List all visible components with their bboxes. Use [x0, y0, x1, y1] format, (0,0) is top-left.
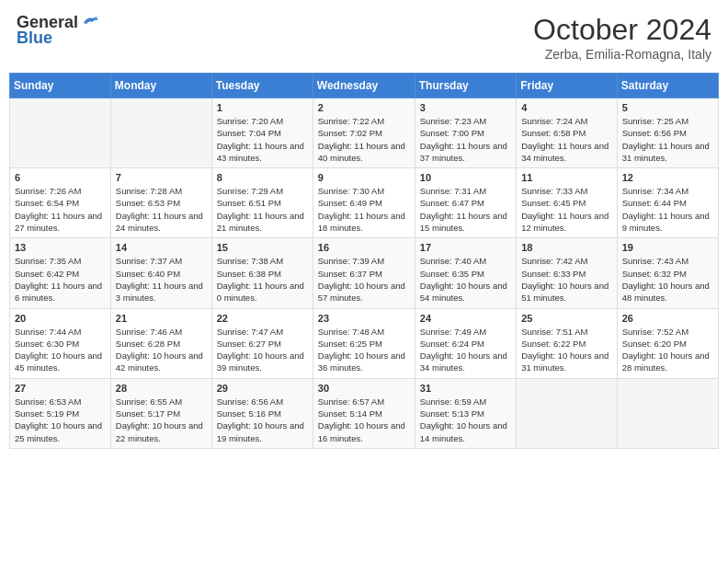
cell-content: Sunrise: 7:46 AMSunset: 6:28 PMDaylight:…	[116, 326, 207, 374]
page-header: General Blue October 2024 Zerba, Emilia-…	[9, 9, 719, 65]
cell-content: Sunrise: 7:34 AMSunset: 6:44 PMDaylight:…	[622, 185, 713, 234]
calendar-week-row: 13Sunrise: 7:35 AMSunset: 6:42 PMDayligh…	[10, 238, 719, 308]
day-number: 22	[217, 313, 308, 324]
cell-content: Sunrise: 7:25 AMSunset: 6:56 PMDaylight:…	[622, 115, 713, 164]
weekday-header: Saturday	[617, 74, 718, 98]
cell-content: Sunrise: 7:42 AMSunset: 6:33 PMDaylight:…	[521, 255, 612, 304]
calendar-cell: 17Sunrise: 7:40 AMSunset: 6:35 PMDayligh…	[415, 238, 516, 308]
cell-content: Sunrise: 7:24 AMSunset: 6:58 PMDaylight:…	[521, 115, 612, 164]
calendar-week-row: 20Sunrise: 7:44 AMSunset: 6:30 PMDayligh…	[10, 308, 719, 378]
cell-content: Sunrise: 7:37 AMSunset: 6:40 PMDaylight:…	[116, 255, 207, 304]
day-number: 26	[622, 313, 713, 324]
calendar-cell: 20Sunrise: 7:44 AMSunset: 6:30 PMDayligh…	[10, 308, 111, 378]
cell-content: Sunrise: 7:48 AMSunset: 6:25 PMDaylight:…	[318, 326, 410, 374]
cell-content: Sunrise: 7:47 AMSunset: 6:27 PMDaylight:…	[217, 326, 308, 374]
calendar-cell: 10Sunrise: 7:31 AMSunset: 6:47 PMDayligh…	[415, 168, 516, 238]
calendar-cell: 8Sunrise: 7:29 AMSunset: 6:51 PMDaylight…	[211, 168, 313, 238]
calendar-cell: 30Sunrise: 6:57 AMSunset: 5:14 PMDayligh…	[313, 378, 415, 448]
day-number: 15	[217, 242, 308, 253]
day-number: 23	[318, 313, 410, 324]
day-number: 5	[622, 102, 713, 113]
logo-blue-text: Blue	[17, 29, 52, 48]
day-number: 14	[116, 242, 207, 253]
day-number: 4	[521, 102, 612, 113]
cell-content: Sunrise: 7:23 AMSunset: 7:00 PMDaylight:…	[420, 115, 511, 164]
day-number: 11	[521, 172, 612, 183]
day-number: 28	[116, 383, 207, 394]
calendar-cell: 19Sunrise: 7:43 AMSunset: 6:32 PMDayligh…	[617, 238, 718, 308]
calendar-cell: 11Sunrise: 7:33 AMSunset: 6:45 PMDayligh…	[517, 168, 618, 238]
day-number: 17	[420, 242, 511, 253]
day-number: 2	[318, 102, 410, 113]
cell-content: Sunrise: 7:29 AMSunset: 6:51 PMDaylight:…	[217, 185, 308, 234]
calendar-cell: 12Sunrise: 7:34 AMSunset: 6:44 PMDayligh…	[617, 168, 718, 238]
day-number: 13	[15, 242, 106, 253]
calendar-cell: 14Sunrise: 7:37 AMSunset: 6:40 PMDayligh…	[110, 238, 211, 308]
calendar-cell: 25Sunrise: 7:51 AMSunset: 6:22 PMDayligh…	[517, 308, 618, 378]
day-number: 29	[217, 383, 308, 394]
weekday-header: Thursday	[415, 74, 516, 98]
calendar-cell: 4Sunrise: 7:24 AMSunset: 6:58 PMDaylight…	[517, 98, 618, 168]
weekday-header-row: SundayMondayTuesdayWednesdayThursdayFrid…	[10, 74, 719, 98]
calendar-cell	[517, 378, 618, 448]
calendar-cell: 15Sunrise: 7:38 AMSunset: 6:38 PMDayligh…	[211, 238, 313, 308]
calendar-cell: 31Sunrise: 6:59 AMSunset: 5:13 PMDayligh…	[415, 378, 516, 448]
day-number: 3	[420, 102, 511, 113]
calendar-cell: 29Sunrise: 6:56 AMSunset: 5:16 PMDayligh…	[211, 378, 313, 448]
cell-content: Sunrise: 7:49 AMSunset: 6:24 PMDaylight:…	[420, 326, 511, 374]
cell-content: Sunrise: 7:31 AMSunset: 6:47 PMDaylight:…	[420, 185, 511, 234]
cell-content: Sunrise: 7:44 AMSunset: 6:30 PMDaylight:…	[15, 326, 106, 374]
calendar-cell: 6Sunrise: 7:26 AMSunset: 6:54 PMDaylight…	[10, 168, 111, 238]
calendar-week-row: 6Sunrise: 7:26 AMSunset: 6:54 PMDaylight…	[10, 168, 719, 238]
day-number: 30	[318, 383, 410, 394]
day-number: 19	[622, 242, 713, 253]
day-number: 10	[420, 172, 511, 183]
day-number: 16	[318, 242, 410, 253]
day-number: 25	[521, 313, 612, 324]
day-number: 8	[217, 172, 308, 183]
calendar-cell: 23Sunrise: 7:48 AMSunset: 6:25 PMDayligh…	[313, 308, 415, 378]
cell-content: Sunrise: 7:38 AMSunset: 6:38 PMDaylight:…	[217, 255, 308, 304]
cell-content: Sunrise: 6:53 AMSunset: 5:19 PMDaylight:…	[15, 396, 106, 444]
logo-bird-icon	[80, 15, 100, 31]
day-number: 7	[116, 172, 207, 183]
cell-content: Sunrise: 7:28 AMSunset: 6:53 PMDaylight:…	[116, 185, 207, 234]
weekday-header: Monday	[110, 74, 211, 98]
day-number: 6	[15, 172, 106, 183]
calendar-cell: 13Sunrise: 7:35 AMSunset: 6:42 PMDayligh…	[10, 238, 111, 308]
day-number: 20	[15, 313, 106, 324]
calendar-cell: 22Sunrise: 7:47 AMSunset: 6:27 PMDayligh…	[211, 308, 313, 378]
logo: General Blue	[17, 13, 100, 48]
cell-content: Sunrise: 7:51 AMSunset: 6:22 PMDaylight:…	[521, 326, 612, 374]
cell-content: Sunrise: 6:56 AMSunset: 5:16 PMDaylight:…	[217, 396, 308, 444]
day-number: 12	[622, 172, 713, 183]
day-number: 27	[15, 383, 106, 394]
weekday-header: Wednesday	[313, 74, 415, 98]
calendar-table: SundayMondayTuesdayWednesdayThursdayFrid…	[9, 73, 719, 449]
calendar-week-row: 1Sunrise: 7:20 AMSunset: 7:04 PMDaylight…	[10, 98, 719, 168]
cell-content: Sunrise: 7:39 AMSunset: 6:37 PMDaylight:…	[318, 255, 410, 304]
day-number: 9	[318, 172, 410, 183]
day-number: 31	[420, 383, 511, 394]
calendar-cell: 28Sunrise: 6:55 AMSunset: 5:17 PMDayligh…	[110, 378, 211, 448]
calendar-cell: 7Sunrise: 7:28 AMSunset: 6:53 PMDaylight…	[110, 168, 211, 238]
calendar-week-row: 27Sunrise: 6:53 AMSunset: 5:19 PMDayligh…	[10, 378, 719, 448]
cell-content: Sunrise: 7:33 AMSunset: 6:45 PMDaylight:…	[521, 185, 612, 234]
calendar-cell	[617, 378, 718, 448]
day-number: 1	[217, 102, 308, 113]
cell-content: Sunrise: 7:52 AMSunset: 6:20 PMDaylight:…	[622, 326, 713, 374]
cell-content: Sunrise: 7:35 AMSunset: 6:42 PMDaylight:…	[15, 255, 106, 304]
calendar-cell: 16Sunrise: 7:39 AMSunset: 6:37 PMDayligh…	[313, 238, 415, 308]
cell-content: Sunrise: 7:43 AMSunset: 6:32 PMDaylight:…	[622, 255, 713, 304]
cell-content: Sunrise: 6:59 AMSunset: 5:13 PMDaylight:…	[420, 396, 511, 444]
calendar-cell: 18Sunrise: 7:42 AMSunset: 6:33 PMDayligh…	[517, 238, 618, 308]
calendar-cell: 27Sunrise: 6:53 AMSunset: 5:19 PMDayligh…	[10, 378, 111, 448]
location-subtitle: Zerba, Emilia-Romagna, Italy	[533, 47, 711, 62]
calendar-cell: 1Sunrise: 7:20 AMSunset: 7:04 PMDaylight…	[211, 98, 313, 168]
cell-content: Sunrise: 7:20 AMSunset: 7:04 PMDaylight:…	[217, 115, 308, 164]
calendar-cell: 2Sunrise: 7:22 AMSunset: 7:02 PMDaylight…	[313, 98, 415, 168]
cell-content: Sunrise: 7:22 AMSunset: 7:02 PMDaylight:…	[318, 115, 410, 164]
calendar-cell: 21Sunrise: 7:46 AMSunset: 6:28 PMDayligh…	[110, 308, 211, 378]
cell-content: Sunrise: 6:57 AMSunset: 5:14 PMDaylight:…	[318, 396, 410, 444]
weekday-header: Tuesday	[211, 74, 313, 98]
